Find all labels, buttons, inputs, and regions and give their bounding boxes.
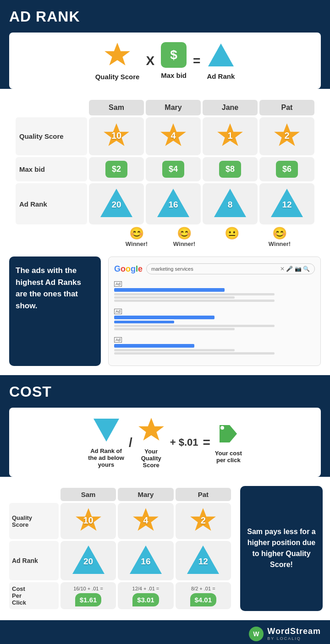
google-logo: Google xyxy=(114,264,143,274)
cost-formula: Ad Rank ofthe ad belowyours / YourQualit… xyxy=(9,408,321,477)
ad-title-3 xyxy=(114,344,194,348)
cell-ar-jane: 8 xyxy=(203,183,258,224)
cpc-val-sam: $1.61 xyxy=(75,593,102,606)
winner-cols: 😊 Winner! 😊 Winner! 😐 😊 Winner! xyxy=(114,226,302,247)
row-label-ar: Ad Rank xyxy=(16,183,87,224)
blue-box-adrank: The ads with the highest Ad Ranks are th… xyxy=(9,257,101,366)
cost-cell-cpc-mary: 12/4 + .01 = $3.01 xyxy=(118,582,173,609)
cost-info-box: Sam pays less for a higher position due … xyxy=(240,486,323,611)
cost-op1: / xyxy=(129,435,132,450)
qs-val-pat: 2 xyxy=(284,131,289,141)
table-row-bid: Max bid $2 $4 $8 $6 xyxy=(16,157,314,181)
google-area: The ads with the highest Ad Ranks are th… xyxy=(0,257,330,375)
ad-label-3: Ad xyxy=(114,337,122,343)
svg-point-6 xyxy=(220,426,224,430)
winner-area: 😊 Winner! 😊 Winner! 😐 😊 Winner! xyxy=(14,226,316,252)
wordstream-sub: BY LOCALIQ xyxy=(267,636,321,641)
cost-row-label-ar: Ad Rank xyxy=(9,541,59,580)
winner-emoji-pat: 😊 xyxy=(257,226,302,240)
bid-val-pat: $6 xyxy=(276,161,298,178)
infographic: AD RANK Quality Score X $ Max bid = Ad R… xyxy=(0,0,330,644)
ad-result-1: Ad xyxy=(114,279,315,302)
ar-val-sam: 20 xyxy=(111,200,121,210)
ad-label-2: Ad xyxy=(114,309,122,314)
ad-result-3: Ad xyxy=(114,335,315,355)
ad-title-2b xyxy=(114,321,174,323)
cost-cell-cpc-sam: 16/10 + .01 = $1.61 xyxy=(60,582,116,609)
cost-op2: = xyxy=(203,435,210,450)
ad-line-1c xyxy=(114,300,275,302)
cell-qs-pat: 2 xyxy=(259,117,314,155)
ad-label-1: Ad xyxy=(114,281,122,287)
row-label-bid: Max bid xyxy=(16,157,87,181)
ad-line-3a xyxy=(114,349,235,351)
winner-sam: 😊 Winner! xyxy=(114,226,160,247)
cost-ar-val-pat: 12 xyxy=(198,557,208,567)
cell-qs-jane: 1 xyxy=(203,117,258,155)
qs-val-jane: 1 xyxy=(227,131,232,141)
dollar-badge: $ xyxy=(161,42,187,68)
cost-cell-ar-sam: 20 xyxy=(60,541,116,580)
star-icon-large xyxy=(103,41,132,69)
row-label-qs: Quality Score xyxy=(16,117,87,155)
cost-section: COST Ad Rank ofthe ad belowyours / YourQ… xyxy=(0,375,330,477)
cost-plus: + $.01 xyxy=(170,437,198,448)
footer: W WordStream BY LOCALIQ xyxy=(0,620,330,644)
cost-label-adrank: Ad Rank ofthe ad belowyours xyxy=(88,448,124,468)
winner-label-sam: Winner! xyxy=(114,240,160,247)
cost-formula-qs: YourQualityScore xyxy=(137,416,165,469)
ad-title-2 xyxy=(114,316,214,319)
ad-rank-section: AD RANK Quality Score X $ Max bid = Ad R… xyxy=(0,0,330,89)
table-row-qs: Quality Score 10 4 xyxy=(16,117,314,155)
bid-val-jane: $8 xyxy=(219,161,241,178)
cell-qs-sam: 10 xyxy=(89,117,144,155)
col-header-pat: Pat xyxy=(259,100,314,115)
adrank-table: Sam Mary Jane Pat Quality Score 10 xyxy=(14,98,316,226)
cell-bid-pat: $6 xyxy=(259,157,314,181)
star-icon-cost xyxy=(137,416,165,444)
cost-cell-cpc-pat: 8/2 + .01 = $4.01 xyxy=(176,582,231,609)
svg-marker-5 xyxy=(138,418,164,441)
wordstream-logo: W WordStream BY LOCALIQ xyxy=(249,627,321,641)
cpc-val-pat: $4.01 xyxy=(190,593,217,606)
wordstream-brand: WordStream xyxy=(267,627,321,637)
search-input-preview: marketing services ✕ 🎤 📷 🔍 xyxy=(146,263,315,274)
cell-bid-mary: $4 xyxy=(146,157,201,181)
ar-val-jane: 8 xyxy=(228,200,233,210)
ad-line-3b xyxy=(114,352,275,355)
wordstream-icon: W xyxy=(249,627,264,641)
table-row-ar: Ad Rank 20 16 xyxy=(16,183,314,224)
formula-label-ar: Ad Rank xyxy=(207,72,235,80)
cost-col-pat: Pat xyxy=(176,488,231,501)
cost-qs-val-sam: 10 xyxy=(83,515,93,526)
google-preview: Google marketing services ✕ 🎤 📷 🔍 Ad Ad xyxy=(108,257,321,366)
bid-val-sam: $2 xyxy=(105,161,127,178)
cost-label-qs: YourQualityScore xyxy=(141,448,161,469)
ad-line-2a xyxy=(114,325,275,327)
svg-marker-0 xyxy=(104,43,130,65)
cost-cell-ar-mary: 16 xyxy=(118,541,173,580)
formula-label-qs: Quality Score xyxy=(95,73,140,81)
adrank-formula: Quality Score X $ Max bid = Ad Rank xyxy=(9,33,321,89)
cpc-formula-pat: 8/2 + .01 = xyxy=(177,585,229,593)
cost-table-row-cpc: CostPerClick 16/10 + .01 = $1.61 12/4 + … xyxy=(9,582,231,609)
qs-val-mary: 4 xyxy=(170,131,176,141)
cost-ar-val-sam: 20 xyxy=(83,557,93,567)
winner-jane: 😐 xyxy=(209,226,255,247)
search-text: marketing services xyxy=(151,266,193,272)
ad-title-1 xyxy=(114,288,225,292)
adrank-table-area: Sam Mary Jane Pat Quality Score 10 xyxy=(0,89,330,257)
cost-ar-val-mary: 16 xyxy=(141,557,150,567)
cost-info-text: Sam pays less for a higher position due … xyxy=(247,526,316,570)
cell-bid-sam: $2 xyxy=(89,157,144,181)
cost-col-sam: Sam xyxy=(60,488,116,501)
col-header-jane: Jane xyxy=(203,100,258,115)
ad-result-2: Ad xyxy=(114,306,315,330)
cell-bid-jane: $8 xyxy=(203,157,258,181)
cost-title: COST xyxy=(9,383,321,400)
winner-mary: 😊 Winner! xyxy=(161,226,207,247)
triangle-down-icon xyxy=(94,419,119,442)
cpc-formula-sam: 16/10 + .01 = xyxy=(62,585,114,593)
cost-cell-qs-mary: 4 xyxy=(118,503,173,539)
wordstream-stack: WordStream BY LOCALIQ xyxy=(267,627,321,641)
